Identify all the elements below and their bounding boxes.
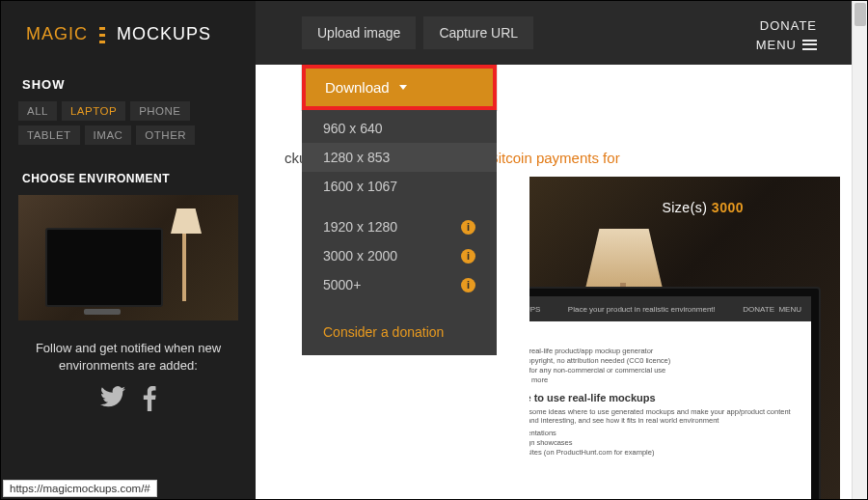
hamburger-icon	[802, 40, 817, 50]
choose-environment-label: CHOOSE ENVIRONMENT	[18, 172, 238, 185]
filter-phone[interactable]: PHONE	[130, 101, 189, 121]
download-size-1920[interactable]: 1920 x 1280i	[302, 212, 497, 241]
download-size-5000[interactable]: 5000+i	[302, 270, 497, 299]
about-list: Free real-life product/app mockup genera…	[529, 347, 796, 384]
logo-part1: MAGIC	[26, 24, 88, 44]
follow-text: Follow and get notified when new environ…	[18, 340, 238, 375]
scrollbar-thumb[interactable]	[854, 3, 866, 26]
capture-url-button[interactable]: Capture URL	[423, 16, 533, 49]
twitter-icon[interactable]	[100, 386, 125, 417]
download-dropdown: Download 960 x 640 1280 x 853 1600 x 106…	[302, 65, 497, 355]
show-label: SHOW	[18, 77, 238, 92]
sidebar: MAGIC MOCKUPS SHOW ALL LAPTOP PHONE TABL…	[1, 1, 256, 499]
where-heading: Where to use real-life mockups	[529, 392, 796, 403]
download-size-960[interactable]: 960 x 640	[302, 114, 497, 143]
topbar: Upload image Capture URL DONATE MENU	[256, 1, 867, 65]
info-icon: i	[461, 220, 475, 235]
download-size-1600[interactable]: 1600 x 1067	[302, 172, 497, 201]
right-nav: DONATE MENU	[756, 16, 817, 54]
upload-image-button[interactable]: Upload image	[302, 16, 416, 49]
lamp-graphic	[161, 195, 209, 301]
download-size-3000[interactable]: 3000 x 2000i	[302, 241, 497, 270]
facebook-icon[interactable]	[143, 386, 156, 417]
filter-laptop[interactable]: LAPTOP	[62, 101, 125, 121]
social-links	[18, 386, 238, 417]
consider-donation-link[interactable]: Consider a donation	[302, 311, 497, 353]
logo-part2: MOCKUPS	[117, 24, 211, 44]
scrollbar[interactable]	[852, 1, 867, 499]
download-button[interactable]: Download	[302, 65, 497, 110]
donate-link[interactable]: DONATE	[756, 16, 817, 36]
preview-laptop: M MOCKUPS Place your product in realisti…	[529, 287, 821, 499]
filter-imac[interactable]: IMAC	[85, 125, 132, 145]
info-icon: i	[461, 278, 475, 292]
menu-button[interactable]: MENU	[756, 36, 817, 55]
logo-icon	[95, 26, 109, 43]
where-list: Presentations Design showcases Websites …	[529, 429, 796, 457]
logo[interactable]: MAGIC MOCKUPS	[18, 24, 238, 44]
filter-other[interactable]: OTHER	[136, 125, 195, 145]
size-value: 3000	[712, 200, 744, 215]
download-label: Download	[325, 79, 390, 96]
caret-down-icon	[399, 85, 407, 90]
browser-status-bar: https://magicmockups.com/#	[3, 480, 157, 497]
download-menu: 960 x 640 1280 x 853 1600 x 1067 1920 x …	[302, 110, 497, 355]
filter-group: ALL LAPTOP PHONE TABLET IMAC OTHER	[18, 101, 238, 145]
about-heading: About	[529, 331, 796, 343]
filter-tablet[interactable]: TABLET	[18, 125, 80, 145]
filter-all[interactable]: ALL	[18, 101, 57, 121]
mockup-preview: Size(s) 3000 M MOCKUPS Place your produc…	[529, 177, 840, 499]
download-size-1280[interactable]: 1280 x 853	[302, 143, 497, 172]
environment-thumbnail[interactable]	[18, 195, 238, 320]
info-icon: i	[461, 249, 475, 264]
menu-label: MENU	[756, 36, 797, 55]
